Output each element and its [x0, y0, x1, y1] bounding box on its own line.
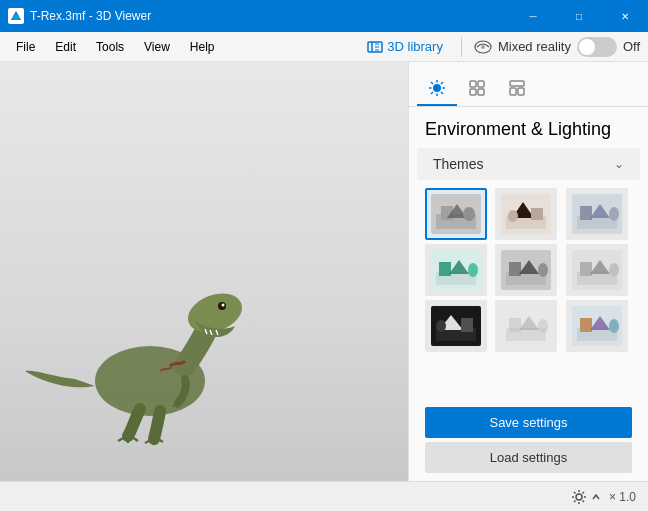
theme-cell-5[interactable] [495, 244, 557, 296]
menu-view[interactable]: View [136, 36, 178, 58]
svg-point-38 [609, 207, 619, 221]
table-icon [508, 79, 526, 97]
svg-rect-57 [461, 318, 473, 332]
theme-cell-1[interactable] [425, 188, 487, 240]
theme-cell-6[interactable] [566, 244, 628, 296]
theme-preview-6 [572, 250, 622, 290]
main-content: Environment & Lighting Themes ⌄ [0, 62, 648, 481]
library-icon [367, 39, 383, 55]
window-title: T-Rex.3mf - 3D Viewer [30, 9, 151, 23]
svg-rect-20 [478, 89, 484, 95]
window-controls: ─ □ ✕ [510, 0, 648, 32]
menu-bar: File Edit Tools View Help 3D library Mix… [0, 32, 648, 62]
svg-rect-19 [470, 89, 476, 95]
theme-preview-9 [572, 306, 622, 346]
library-button[interactable]: 3D library [361, 37, 449, 57]
svg-rect-32 [531, 208, 543, 220]
tab-grid2[interactable] [497, 70, 537, 106]
tab-grid1[interactable] [457, 70, 497, 106]
chevron-up-icon [591, 492, 601, 502]
viewport[interactable] [0, 62, 408, 481]
theme-grid [409, 180, 648, 360]
svg-line-16 [431, 92, 433, 94]
library-label: 3D library [387, 39, 443, 54]
zoom-level: × 1.0 [609, 490, 636, 504]
svg-line-15 [441, 82, 443, 84]
mixed-reality-area: Mixed reality Off [474, 37, 640, 57]
svg-line-13 [431, 82, 433, 84]
app-icon [8, 8, 24, 24]
title-bar: T-Rex.3mf - 3D Viewer ─ □ ✕ [0, 0, 648, 32]
svg-line-14 [441, 92, 443, 94]
close-button[interactable]: ✕ [602, 0, 648, 32]
svg-rect-18 [478, 81, 484, 87]
svg-point-53 [609, 263, 619, 277]
grid-icon [468, 79, 486, 97]
menu-help[interactable]: Help [182, 36, 223, 58]
maximize-button[interactable]: □ [556, 0, 602, 32]
theme-cell-8[interactable] [495, 300, 557, 352]
theme-preview-5 [501, 250, 551, 290]
svg-rect-22 [510, 88, 516, 95]
theme-cell-9[interactable] [566, 300, 628, 352]
svg-point-3 [481, 45, 485, 49]
mixed-reality-toggle[interactable] [577, 37, 617, 57]
mixed-reality-icon [474, 39, 492, 55]
right-panel: Environment & Lighting Themes ⌄ [408, 62, 648, 481]
status-icons [571, 489, 601, 505]
svg-point-63 [538, 319, 548, 333]
svg-rect-1 [13, 15, 19, 20]
theme-preview-8 [501, 306, 551, 346]
minimize-button[interactable]: ─ [510, 0, 556, 32]
menu-file[interactable]: File [8, 36, 43, 58]
theme-preview-4 [431, 250, 481, 290]
svg-point-28 [463, 207, 475, 221]
themes-header[interactable]: Themes ⌄ [417, 148, 640, 180]
svg-rect-21 [510, 81, 524, 86]
dinosaur-model [20, 271, 300, 451]
panel-title: Environment & Lighting [409, 107, 648, 148]
mixed-reality-label: Mixed reality [498, 39, 571, 54]
theme-cell-2[interactable] [495, 188, 557, 240]
menu-right: 3D library Mixed reality Off [361, 37, 640, 57]
svg-point-8 [433, 84, 441, 92]
svg-point-68 [609, 319, 619, 333]
sun-icon [428, 79, 446, 97]
menu-tools[interactable]: Tools [88, 36, 132, 58]
status-bar: × 1.0 [0, 481, 648, 511]
action-buttons: Save settings Load settings [409, 399, 648, 481]
settings-icon [571, 489, 587, 505]
load-settings-button[interactable]: Load settings [425, 442, 632, 473]
svg-point-7 [222, 304, 225, 307]
svg-point-69 [576, 494, 582, 500]
theme-cell-7[interactable] [425, 300, 487, 352]
theme-preview-7 [431, 306, 481, 346]
save-settings-button[interactable]: Save settings [425, 407, 632, 438]
theme-preview-1 [431, 194, 481, 234]
theme-preview-3 [572, 194, 622, 234]
theme-preview-2 [501, 194, 551, 234]
svg-rect-23 [518, 88, 524, 95]
toggle-state-label: Off [623, 39, 640, 54]
svg-rect-17 [470, 81, 476, 87]
svg-point-43 [468, 263, 478, 277]
theme-cell-3[interactable] [566, 188, 628, 240]
themes-chevron: ⌄ [614, 157, 624, 171]
svg-point-58 [436, 320, 446, 332]
theme-cell-4[interactable] [425, 244, 487, 296]
svg-point-48 [538, 263, 548, 277]
menu-divider [461, 37, 462, 57]
panel-tabs [409, 62, 648, 107]
themes-label: Themes [433, 156, 484, 172]
menu-items: File Edit Tools View Help [8, 36, 223, 58]
menu-edit[interactable]: Edit [47, 36, 84, 58]
tab-lighting[interactable] [417, 70, 457, 106]
title-bar-left: T-Rex.3mf - 3D Viewer [8, 8, 151, 24]
svg-point-33 [508, 210, 518, 222]
